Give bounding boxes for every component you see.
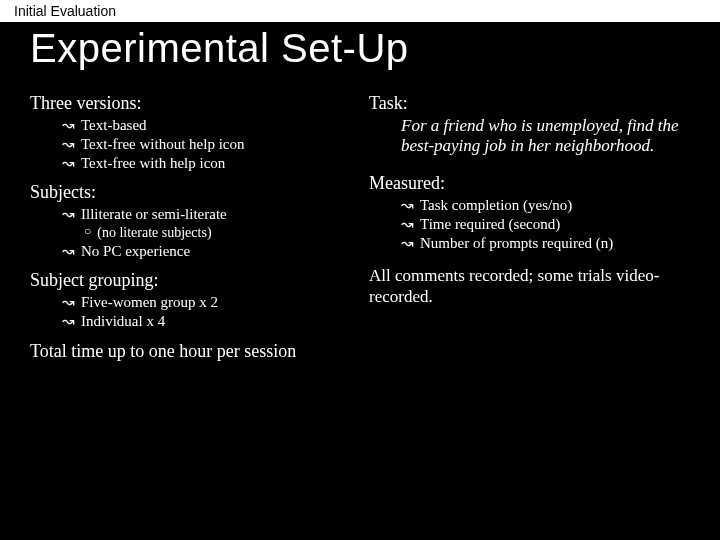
right-column: Task: For a friend who is unemployed, fi…	[369, 89, 690, 361]
arrow-bullet-icon: ↝	[62, 205, 75, 224]
list-item: ↝ Text-free with help icon	[62, 154, 351, 173]
measured-heading: Measured:	[369, 173, 690, 194]
arrow-bullet-icon: ↝	[401, 234, 414, 253]
item-text: Individual x 4	[81, 312, 165, 331]
measured-list: ↝ Task completion (yes/no) ↝ Time requir…	[369, 196, 690, 252]
content-columns: Three versions: ↝ Text-based ↝ Text-free…	[0, 89, 720, 361]
arrow-bullet-icon: ↝	[62, 154, 75, 173]
item-text: Text-free without help icon	[81, 135, 244, 154]
left-column: Three versions: ↝ Text-based ↝ Text-free…	[30, 89, 351, 361]
item-text: Task completion (yes/no)	[420, 196, 572, 215]
subjects-list: ↝ Illiterate or semi-literate ○ (no lite…	[30, 205, 351, 260]
list-item: ↝ Number of prompts required (n)	[401, 234, 690, 253]
versions-heading: Three versions:	[30, 93, 351, 114]
item-text: Number of prompts required (n)	[420, 234, 613, 253]
sub-list: ○ (no literate subjects)	[62, 224, 351, 242]
arrow-bullet-icon: ↝	[62, 116, 75, 135]
list-item: ↝ No PC experience	[62, 242, 351, 261]
item-text: No PC experience	[81, 242, 190, 261]
list-item: ○ (no literate subjects)	[84, 224, 351, 242]
total-time-note: Total time up to one hour per session	[30, 341, 351, 362]
header-bar: Initial Evaluation	[0, 0, 720, 22]
arrow-bullet-icon: ↝	[62, 135, 75, 154]
item-text: Time required (second)	[420, 215, 560, 234]
list-item: ↝ Task completion (yes/no)	[401, 196, 690, 215]
versions-list: ↝ Text-based ↝ Text-free without help ic…	[30, 116, 351, 172]
slide-title: Experimental Set-Up	[0, 22, 720, 89]
task-body: For a friend who is unemployed, find the…	[369, 116, 690, 155]
comments-note: All comments recorded; some trials video…	[369, 266, 690, 307]
list-item: ↝ Illiterate or semi-literate	[62, 205, 351, 224]
arrow-bullet-icon: ↝	[401, 215, 414, 234]
item-text: Text-based	[81, 116, 147, 135]
grouping-heading: Subject grouping:	[30, 270, 351, 291]
arrow-bullet-icon: ↝	[62, 293, 75, 312]
item-text: Five-women group x 2	[81, 293, 218, 312]
list-item: ↝ Text-based	[62, 116, 351, 135]
circle-bullet-icon: ○	[84, 224, 91, 242]
arrow-bullet-icon: ↝	[62, 312, 75, 331]
task-heading: Task:	[369, 93, 690, 114]
item-text: Illiterate or semi-literate	[81, 205, 227, 224]
arrow-bullet-icon: ↝	[401, 196, 414, 215]
arrow-bullet-icon: ↝	[62, 242, 75, 261]
item-text: Text-free with help icon	[81, 154, 225, 173]
grouping-list: ↝ Five-women group x 2 ↝ Individual x 4	[30, 293, 351, 331]
list-item: ↝ Individual x 4	[62, 312, 351, 331]
list-item: ↝ Text-free without help icon	[62, 135, 351, 154]
subjects-heading: Subjects:	[30, 182, 351, 203]
item-text: (no literate subjects)	[97, 224, 211, 242]
list-item: ↝ Five-women group x 2	[62, 293, 351, 312]
list-item: ↝ Time required (second)	[401, 215, 690, 234]
